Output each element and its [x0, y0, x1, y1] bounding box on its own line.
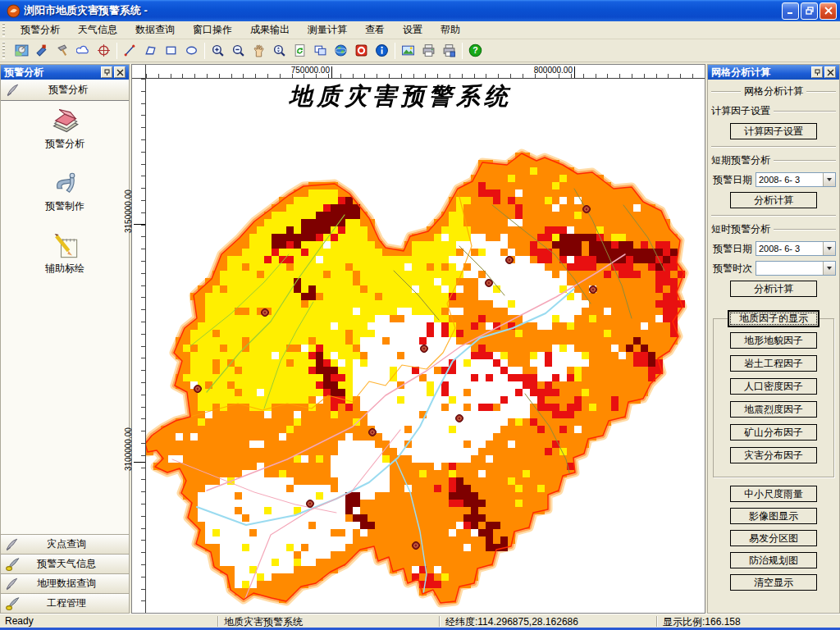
- toolbar-button-cloud[interactable]: [74, 41, 93, 60]
- factor-button-1[interactable]: 地形地貌因子: [730, 332, 817, 349]
- factor-display-header-button[interactable]: 地质因子的显示: [728, 310, 819, 327]
- window-titlebar: 浏阳市地质灾害预警系统 -: [0, 0, 840, 21]
- left-panel-item-2[interactable]: 预警制作: [45, 168, 84, 213]
- combo-dropdown-arrow[interactable]: [823, 242, 835, 255]
- menu-item-8[interactable]: 设置: [394, 21, 431, 39]
- toolbar-button-stop[interactable]: [352, 41, 371, 60]
- right-panel-close-button[interactable]: [824, 66, 836, 78]
- left-panel-close-button[interactable]: [114, 66, 126, 78]
- toolbar-separator: [462, 43, 463, 59]
- right-panel-header: 网格分析计算: [711, 84, 836, 98]
- right-panel-pin-button[interactable]: [811, 66, 823, 78]
- toolbar-button-layers[interactable]: [311, 41, 330, 60]
- button-analysis-calc-2[interactable]: 分析计算: [730, 281, 817, 297]
- layer-button-1[interactable]: 中小尺度雨量: [730, 486, 817, 502]
- toolbar-button-help[interactable]: ?: [466, 41, 485, 60]
- restore-button[interactable]: [801, 2, 818, 20]
- left-panel-bottom-item-4[interactable]: 工程管理: [1, 593, 129, 613]
- combo-warning-date[interactable]: 2008- 6- 3: [756, 241, 836, 256]
- layer-button-5[interactable]: 清空显示: [730, 574, 817, 591]
- menu-grip[interactable]: [2, 23, 9, 37]
- left-panel-bottom-item-1[interactable]: 灾点查询: [1, 534, 129, 554]
- left-panel-bottom-item-2[interactable]: 预警天气信息: [1, 554, 129, 573]
- book-icon: [50, 106, 80, 135]
- left-panel-bottom-item-3[interactable]: 地理数据查询: [1, 573, 129, 593]
- menu-item-1[interactable]: 预警分析: [11, 21, 69, 39]
- button-analysis-calc-1[interactable]: 分析计算: [730, 192, 817, 208]
- menu-item-4[interactable]: 窗口操作: [184, 21, 241, 39]
- ruler-x-label-1: 750000.00: [291, 66, 331, 75]
- toolbar-button-line[interactable]: [121, 41, 139, 60]
- section-header-2: 短期预警分析: [711, 153, 836, 167]
- ellipse-icon: [185, 43, 199, 57]
- toolbar-button-ellipse[interactable]: [182, 41, 201, 60]
- toolbar-button-rectangle[interactable]: [162, 41, 180, 60]
- factor-button-5[interactable]: 矿山分布因子: [730, 424, 817, 441]
- left-panel-item-1[interactable]: 预警分析: [45, 106, 84, 151]
- toolbar-grip[interactable]: [2, 42, 9, 60]
- combo-warning-time[interactable]: [756, 261, 836, 276]
- left-panel-pin-button[interactable]: [101, 66, 112, 78]
- toolbar-button-pan[interactable]: [249, 41, 268, 60]
- field-row: 预警日期2008- 6- 3: [713, 241, 836, 256]
- left-panel-item-label: 预警制作: [45, 199, 84, 213]
- menu-item-3[interactable]: 数据查询: [126, 21, 184, 39]
- right-panel-body: 网格分析计算 计算因子设置计算因子设置短期预警分析预警日期2008- 6- 3分…: [708, 80, 839, 613]
- status-ready: Ready: [5, 615, 34, 627]
- layer-button-3[interactable]: 易发分区图: [730, 530, 817, 546]
- menu-item-9[interactable]: 帮助: [431, 21, 469, 39]
- toolbar-button-globe[interactable]: [331, 41, 350, 60]
- ruler-y-label-2: 3100000.00: [124, 427, 133, 471]
- layer-button-2[interactable]: 影像图显示: [730, 508, 817, 524]
- toolbar-button-hammer[interactable]: [53, 41, 72, 60]
- layer-button-4[interactable]: 防治规划图: [730, 552, 817, 568]
- toolbar-button-zoom-out[interactable]: [229, 41, 248, 60]
- ruler-x-label-2: 800000.00: [534, 66, 574, 75]
- toolbar-separator: [116, 43, 117, 59]
- menu-bar: 预警分析天气信息数据查询窗口操作成果输出测量计算查看设置帮助: [0, 21, 840, 39]
- toolbar-button-polygon[interactable]: [141, 41, 160, 60]
- menu-item-6[interactable]: 测量计算: [299, 21, 356, 39]
- button-factor-settings[interactable]: 计算因子设置: [730, 123, 817, 139]
- toolbar-button-info[interactable]: [372, 41, 391, 60]
- factor-button-4[interactable]: 地震烈度因子: [730, 401, 817, 418]
- toolbar-button-target[interactable]: [94, 41, 113, 60]
- left-panel-item-3[interactable]: 辅助标绘: [45, 231, 84, 276]
- menu-item-5[interactable]: 成果输出: [241, 21, 299, 39]
- factor-button-6[interactable]: 灾害分布因子: [730, 447, 817, 463]
- svg-text:?: ?: [472, 45, 477, 55]
- factor-button-3[interactable]: 人口密度因子: [730, 378, 817, 395]
- toolbar-button-zoom-in[interactable]: [208, 41, 227, 60]
- status-separator: [217, 616, 219, 627]
- section-separator: [711, 146, 836, 148]
- toolbar-button-map-image[interactable]: [399, 41, 418, 60]
- line-icon: [123, 43, 137, 57]
- map-canvas[interactable]: [146, 79, 705, 613]
- toolbar-button-refresh[interactable]: [290, 41, 309, 60]
- menu-item-7[interactable]: 查看: [356, 21, 394, 39]
- stamp-icon: [35, 43, 49, 57]
- combo-warning-date[interactable]: 2008- 6- 3: [756, 172, 836, 187]
- globe-icon: [334, 43, 348, 57]
- toolbar-separator: [395, 43, 395, 59]
- minimize-button[interactable]: [782, 2, 799, 20]
- menu-item-2[interactable]: 天气信息: [69, 21, 126, 39]
- toolbar-button-analyze[interactable]: [12, 41, 31, 60]
- toolbar-button-stamp[interactable]: [33, 41, 52, 60]
- factor-button-2[interactable]: 岩土工程因子: [730, 355, 817, 372]
- toolbar-button-print-setup[interactable]: [440, 41, 459, 60]
- left-panel-item-label: 预警分析: [45, 137, 84, 151]
- right-panel-header-label: 网格分析计算: [741, 84, 806, 98]
- combo-value: 2008- 6- 3: [756, 244, 823, 253]
- vertical-ruler-ticks: [141, 79, 145, 613]
- left-panel-header[interactable]: 预警分析: [1, 80, 129, 101]
- toolbar-button-print[interactable]: [419, 41, 438, 60]
- quill-icon: [4, 577, 21, 591]
- toolbar-button-zoom-extent[interactable]: [270, 41, 289, 60]
- ruler-major-tick: [574, 66, 575, 78]
- section-separator: [711, 215, 836, 217]
- close-button[interactable]: [819, 2, 837, 20]
- section-header-3: 短时预警分析: [711, 222, 836, 236]
- combo-dropdown-arrow[interactable]: [823, 173, 835, 186]
- combo-dropdown-arrow[interactable]: [823, 262, 835, 275]
